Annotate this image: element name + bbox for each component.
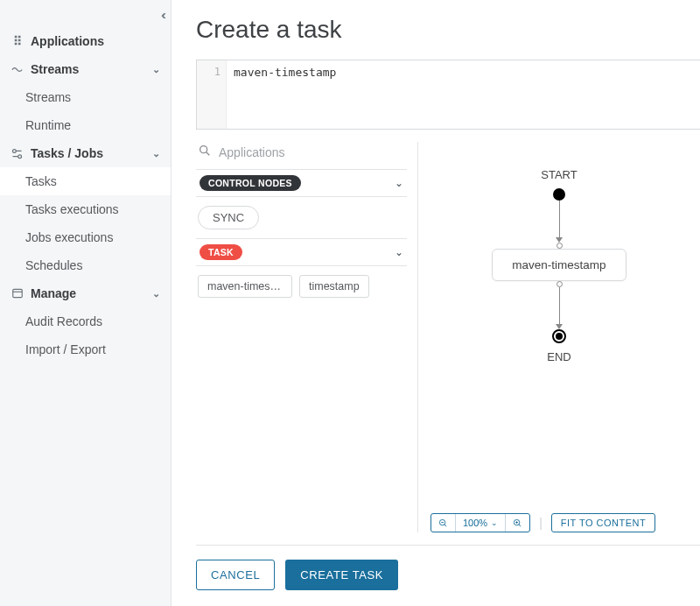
connector — [559, 287, 560, 324]
node-port-top[interactable] — [556, 243, 563, 249]
nav-group-label: Streams — [31, 62, 79, 76]
editor-content[interactable]: maven-timestamp — [227, 60, 343, 129]
builder-area: CONTROL NODES ⌄ SYNC TASK ⌄ maven-timest… — [196, 142, 700, 532]
svg-rect-2 — [12, 289, 22, 297]
chevron-down-icon: ⌄ — [152, 64, 160, 75]
nav-group-label: Tasks / Jobs — [31, 146, 103, 160]
streams-icon — [10, 63, 24, 76]
canvas-toolbar: 100% ⌄ | FIT TO CONTENT — [430, 513, 700, 532]
palette-section-control-nodes[interactable]: CONTROL NODES ⌄ — [196, 169, 407, 197]
search-icon — [198, 144, 212, 160]
editor-gutter: 1 — [197, 60, 227, 129]
diagram-end-label: END — [547, 350, 570, 363]
zoom-level-value: 100% — [463, 518, 487, 528]
tasks-icon — [10, 147, 24, 160]
task-node[interactable]: maven-timestamp — [492, 249, 626, 281]
nav-item-audit-records[interactable]: Audit Records — [0, 307, 171, 335]
code-editor[interactable]: 1 maven-timestamp — [196, 60, 700, 130]
nav-group-manage[interactable]: Manage ⌄ — [0, 279, 171, 307]
zoom-in-button[interactable] — [505, 514, 529, 532]
node-port-bottom[interactable] — [556, 281, 563, 287]
palette-item-maven-timestamp[interactable]: maven-timesta… — [198, 275, 292, 298]
task-items: maven-timesta… timestamp — [196, 266, 407, 307]
svg-point-0 — [13, 149, 17, 152]
nav-item-tasks[interactable]: Tasks — [0, 167, 171, 195]
palette: CONTROL NODES ⌄ SYNC TASK ⌄ maven-timest… — [196, 142, 418, 532]
palette-search-input[interactable] — [219, 145, 405, 159]
chevron-down-icon: ⌄ — [395, 246, 403, 258]
nav-item-streams[interactable]: Streams — [0, 83, 171, 111]
connector — [559, 201, 560, 237]
start-node[interactable] — [553, 188, 565, 201]
zoom-control: 100% ⌄ — [430, 513, 530, 532]
nav-group-label: Applications — [31, 34, 104, 48]
task-badge: TASK — [200, 244, 242, 260]
palette-item-sync[interactable]: SYNC — [198, 206, 259, 229]
grid-icon: ⠿ — [10, 35, 24, 48]
nav-item-import-export[interactable]: Import / Export — [0, 335, 171, 363]
canvas[interactable]: START maven-timestamp END 100% — [418, 142, 700, 532]
zoom-out-button[interactable] — [431, 514, 456, 532]
nav-group-tasks-jobs[interactable]: Tasks / Jobs ⌄ — [0, 139, 171, 167]
nav-item-jobs-executions[interactable]: Jobs executions — [0, 223, 171, 251]
chevron-down-icon: ⌄ — [152, 288, 160, 299]
page-title: Create a task — [196, 16, 700, 44]
manage-icon — [10, 287, 24, 300]
palette-search-row — [196, 142, 407, 169]
control-nodes-items: SYNC — [196, 197, 407, 238]
task-diagram: START maven-timestamp END — [418, 168, 700, 370]
fit-to-content-button[interactable]: FIT TO CONTENT — [551, 513, 655, 532]
create-task-button[interactable]: CREATE TASK — [285, 560, 398, 590]
sidebar: ‹‹ ⠿ Applications Streams ⌄ Streams Runt… — [0, 0, 172, 606]
cancel-button[interactable]: CANCEL — [196, 560, 275, 590]
svg-point-3 — [200, 146, 207, 153]
chevron-down-icon: ⌄ — [152, 148, 160, 159]
chevron-down-icon: ⌄ — [395, 177, 403, 189]
nav-item-tasks-executions[interactable]: Tasks executions — [0, 195, 171, 223]
nav-group-applications[interactable]: ⠿ Applications — [0, 27, 171, 55]
end-node[interactable] — [552, 329, 566, 343]
main-content: Create a task 1 maven-timestamp CONTROL … — [172, 0, 700, 606]
sidebar-collapse-row: ‹‹ — [0, 4, 171, 27]
footer-actions: CANCEL CREATE TASK — [196, 545, 700, 590]
svg-point-1 — [18, 154, 22, 158]
nav-group-streams[interactable]: Streams ⌄ — [0, 55, 171, 83]
toolbar-divider: | — [539, 516, 542, 530]
diagram-start-label: START — [541, 168, 577, 181]
control-nodes-badge: CONTROL NODES — [200, 175, 301, 191]
nav-group-label: Manage — [31, 286, 76, 300]
nav-item-schedules[interactable]: Schedules — [0, 251, 171, 279]
chevron-down-icon: ⌄ — [491, 518, 498, 527]
nav-item-runtime[interactable]: Runtime — [0, 111, 171, 139]
zoom-level-dropdown[interactable]: 100% ⌄ — [456, 514, 505, 532]
palette-item-timestamp[interactable]: timestamp — [299, 275, 369, 298]
palette-section-task[interactable]: TASK ⌄ — [196, 238, 407, 266]
